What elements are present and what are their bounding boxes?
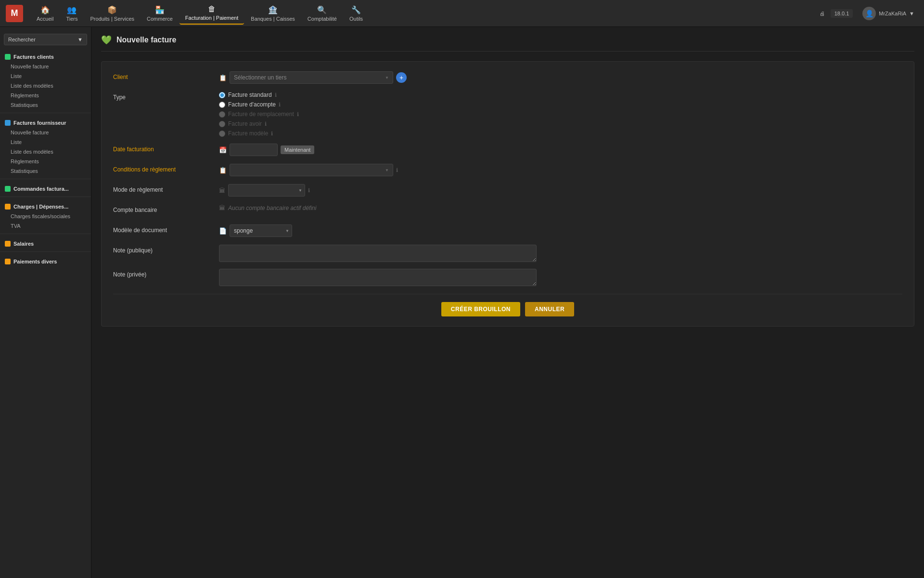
radio-modele: Facture modèle ℹ <box>219 130 299 137</box>
sidebar-search[interactable]: Rechercher ▼ <box>4 34 87 45</box>
user-menu[interactable]: 👤 MrZaKaRiA ▼ <box>859 5 918 22</box>
produits-icon: 📦 <box>107 5 117 14</box>
outils-icon: 🔧 <box>351 5 361 14</box>
sidebar-item-statistiques-client[interactable]: Statistiques <box>0 100 91 110</box>
form-row-mode-reglement: Mode de règlement 🏛 ℹ <box>113 184 902 197</box>
paiements-divers-icon <box>5 259 11 264</box>
modele-document-select[interactable]: sponge <box>230 224 292 237</box>
sidebar-divider-3 <box>0 197 91 197</box>
form-row-modele-document: Modèle de document 📄 sponge <box>113 224 902 238</box>
radio-standard[interactable]: Facture standard ℹ <box>219 92 299 98</box>
user-avatar: 👤 <box>862 7 876 20</box>
annuler-button[interactable]: ANNULER <box>525 302 574 316</box>
app-logo[interactable]: M <box>6 5 23 22</box>
form-row-conditions: Conditions de règlement 📋 ▼ ℹ <box>113 164 902 177</box>
info-icon-remplacement: ℹ <box>297 111 299 118</box>
sidebar-item-reglements-fourn[interactable]: Règlements <box>0 157 91 166</box>
client-select[interactable]: Sélectionner un tiers ▼ <box>230 71 393 84</box>
sidebar-section-paiements-divers[interactable]: Paiements divers <box>0 255 91 266</box>
form-actions: CRÉER BROUILLON ANNULER <box>113 302 902 316</box>
info-icon-standard: ℹ <box>275 92 277 98</box>
topbar: M 🏠 Accueil 👥 Tiers 📦 Produits | Service… <box>0 0 924 27</box>
maintenant-button[interactable]: Maintenant <box>281 145 314 154</box>
no-bank-text: Aucun compte bancaire actif défini <box>228 205 316 211</box>
nav-outils[interactable]: 🔧 Outils <box>344 2 369 25</box>
note-publique-label: Note (publique) <box>113 245 219 254</box>
sidebar: Rechercher ▼ Factures clients Nouvelle f… <box>0 27 91 578</box>
type-label: Type <box>113 92 219 101</box>
add-client-button[interactable]: + <box>396 72 407 83</box>
app-body: Rechercher ▼ Factures clients Nouvelle f… <box>0 27 924 578</box>
modele-select-wrapper: sponge <box>230 224 292 237</box>
sidebar-item-liste-modeles-client[interactable]: Liste des modèles <box>0 81 91 91</box>
sidebar-divider-4 <box>0 234 91 234</box>
mode-select-wrapper <box>228 184 305 197</box>
main-nav: 🏠 Accueil 👥 Tiers 📦 Produits | Services … <box>31 2 820 25</box>
modele-document-label: Modèle de document <box>113 224 219 234</box>
main-content: 💚 Nouvelle facture Client 📋 Sélectionner… <box>91 27 924 578</box>
nav-facturation-label: Facturation | Paiement <box>185 15 238 21</box>
sidebar-item-tva[interactable]: TVA <box>0 221 91 231</box>
factures-clients-icon <box>5 54 11 60</box>
nav-accueil-label: Accueil <box>37 16 53 22</box>
note-privee-input[interactable] <box>219 269 537 286</box>
radio-standard-input[interactable] <box>219 92 225 98</box>
commerce-icon: 🏪 <box>155 5 165 14</box>
conditions-select[interactable]: ▼ <box>230 164 393 176</box>
conditions-field-icon: 📋 <box>219 167 227 174</box>
form-row-type: Type Facture standard ℹ Facture d'acompt… <box>113 92 902 137</box>
mode-reglement-field: 🏛 ℹ <box>219 184 902 197</box>
note-publique-input[interactable] <box>219 245 537 262</box>
sidebar-item-nouvelle-facture-fourn[interactable]: Nouvelle facture <box>0 128 91 137</box>
factures-fournisseur-label: Factures fournisseur <box>13 120 66 126</box>
sidebar-item-statistiques-fourn[interactable]: Statistiques <box>0 166 91 176</box>
nav-banques[interactable]: 🏦 Banques | Caisses <box>245 2 301 25</box>
sidebar-item-charges-fiscales[interactable]: Charges fiscales/sociales <box>0 211 91 221</box>
commandes-icon <box>5 186 11 192</box>
radio-acompte[interactable]: Facture d'acompte ℹ <box>219 101 299 108</box>
creer-brouillon-button[interactable]: CRÉER BROUILLON <box>441 302 520 316</box>
info-icon-mode: ℹ <box>308 187 310 194</box>
mode-reglement-label: Mode de règlement <box>113 184 219 193</box>
sidebar-section-salaires[interactable]: Salaires <box>0 237 91 249</box>
salaires-icon <box>5 241 11 247</box>
radio-remplacement-label: Facture de remplacement <box>228 111 294 118</box>
sidebar-search-arrow: ▼ <box>77 37 83 42</box>
version-badge: 18.0.1 <box>831 9 853 18</box>
user-dropdown-icon: ▼ <box>909 11 914 16</box>
client-select-arrow: ▼ <box>385 76 389 80</box>
nav-commerce[interactable]: 🏪 Commerce <box>141 2 179 25</box>
compte-bancaire-label: Compte bancaire <box>113 204 219 213</box>
sidebar-item-liste-fourn[interactable]: Liste <box>0 137 91 147</box>
radio-acompte-input[interactable] <box>219 102 225 108</box>
charges-label: Charges | Dépenses... <box>13 204 68 210</box>
comptabilite-icon: 🔍 <box>317 5 327 14</box>
nav-facturation[interactable]: 🗑 Facturation | Paiement <box>180 2 244 25</box>
sidebar-item-reglements-client[interactable]: Règlements <box>0 91 91 100</box>
client-field-icon: 📋 <box>219 74 227 81</box>
print-icon[interactable]: 🖨 <box>820 11 825 16</box>
sidebar-section-factures-fournisseur[interactable]: Factures fournisseur <box>0 116 91 128</box>
type-field: Facture standard ℹ Facture d'acompte ℹ F… <box>219 92 902 137</box>
tiers-icon: 👥 <box>67 5 77 14</box>
nav-produits[interactable]: 📦 Produits | Services <box>85 2 141 25</box>
nav-produits-label: Produits | Services <box>90 16 135 22</box>
nav-tiers[interactable]: 👥 Tiers <box>60 2 83 25</box>
paiements-divers-label: Paiements divers <box>13 259 57 264</box>
nav-comptabilite[interactable]: 🔍 Comptabilité <box>302 2 343 25</box>
client-select-placeholder: Sélectionner un tiers <box>234 74 286 81</box>
radio-avoir: Facture avoir ℹ <box>219 120 299 127</box>
mode-reglement-select[interactable] <box>228 184 305 197</box>
date-input[interactable] <box>230 144 278 156</box>
info-icon-avoir: ℹ <box>265 121 267 127</box>
sidebar-section-factures-clients[interactable]: Factures clients <box>0 50 91 62</box>
sidebar-section-charges[interactable]: Charges | Dépenses... <box>0 200 91 211</box>
sidebar-item-nouvelle-facture-client[interactable]: Nouvelle facture <box>0 62 91 71</box>
sidebar-section-commandes[interactable]: Commandes factura... <box>0 182 91 194</box>
sidebar-item-liste-client[interactable]: Liste <box>0 71 91 81</box>
info-icon-conditions: ℹ <box>396 167 398 173</box>
document-icon: 📄 <box>219 227 227 235</box>
nav-accueil[interactable]: 🏠 Accueil <box>31 2 59 25</box>
sidebar-item-liste-modeles-fourn[interactable]: Liste des modèles <box>0 147 91 157</box>
info-icon-acompte: ℹ <box>279 102 281 108</box>
